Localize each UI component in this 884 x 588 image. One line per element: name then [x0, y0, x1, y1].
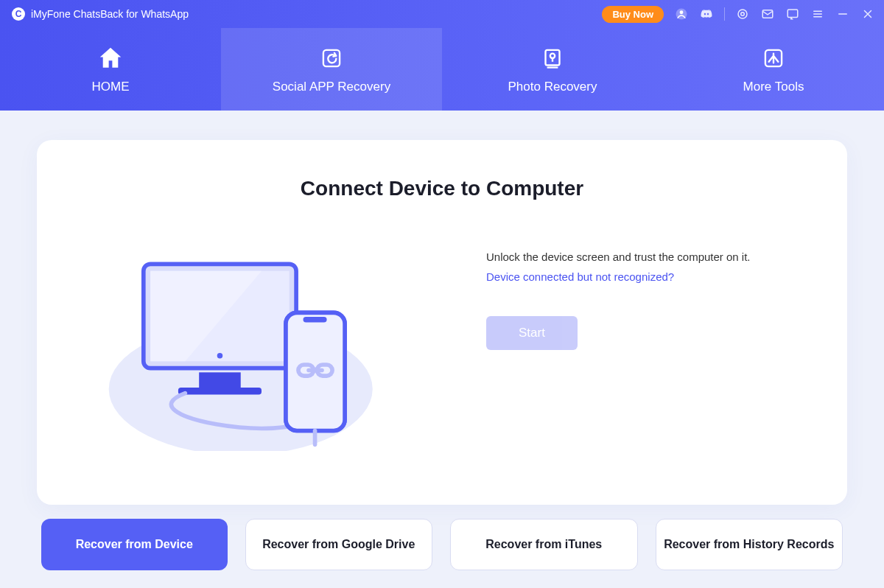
svg-rect-5 [787, 10, 798, 18]
topbar-left: C iMyFone ChatsBack for WhatsApp [12, 7, 189, 21]
tab-label: Social APP Recovery [273, 80, 390, 94]
menu-icon[interactable] [810, 7, 825, 21]
svg-point-1 [680, 10, 684, 14]
svg-point-8 [550, 54, 555, 58]
svg-rect-20 [304, 317, 327, 323]
card-body: Unlock the device screen and trust the c… [81, 230, 803, 451]
buy-now-button[interactable]: Buy Now [602, 6, 664, 23]
tab-label: More Tools [743, 80, 804, 94]
tab-more-tools[interactable]: More Tools [663, 28, 884, 111]
instructions: Unlock the device screen and trust the c… [486, 230, 803, 451]
start-button[interactable]: Start [486, 316, 578, 350]
tab-label: Photo Recovery [508, 80, 597, 94]
svg-point-3 [741, 13, 745, 16]
option-recover-from-device[interactable]: Recover from Device [41, 519, 228, 570]
photo-icon [539, 44, 566, 72]
feedback-icon[interactable] [785, 7, 800, 21]
connect-illustration [81, 230, 442, 451]
close-icon[interactable] [860, 7, 875, 21]
svg-rect-16 [178, 388, 262, 394]
help-link[interactable]: Device connected but not recognized? [486, 270, 674, 283]
app-logo-icon: C [12, 7, 25, 21]
tab-label: HOME [92, 80, 130, 94]
option-recover-from-history[interactable]: Recover from History Records [656, 519, 843, 570]
recovery-options: Recover from Device Recover from Google … [0, 504, 884, 588]
account-icon[interactable] [674, 7, 689, 21]
divider [724, 7, 725, 21]
refresh-icon [318, 44, 345, 72]
option-recover-from-itunes[interactable]: Recover from iTunes [450, 519, 638, 570]
home-icon [97, 44, 124, 72]
discord-icon[interactable] [699, 7, 714, 21]
tab-photo-recovery[interactable]: Photo Recovery [442, 28, 663, 111]
svg-rect-6 [323, 50, 340, 66]
main-card: Connect Device to Computer [37, 140, 847, 505]
header: C iMyFone ChatsBack for WhatsApp Buy Now [0, 0, 884, 111]
mail-icon[interactable] [760, 7, 775, 21]
tab-social-app-recovery[interactable]: Social APP Recovery [221, 28, 442, 111]
app-title: iMyFone ChatsBack for WhatsApp [31, 8, 189, 20]
apps-icon [760, 44, 787, 72]
content-area: Connect Device to Computer [0, 111, 884, 505]
nav-tabs: HOME Social APP Recovery Photo Recovery … [0, 28, 884, 111]
svg-point-2 [738, 10, 747, 18]
option-recover-from-google-drive[interactable]: Recover from Google Drive [245, 519, 433, 570]
svg-point-14 [217, 353, 223, 359]
topbar-right: Buy Now [602, 6, 875, 23]
instruction-text: Unlock the device screen and trust the c… [486, 251, 803, 263]
page-title: Connect Device to Computer [81, 177, 803, 200]
tab-home[interactable]: HOME [0, 28, 221, 111]
settings-icon[interactable] [735, 7, 750, 21]
topbar: C iMyFone ChatsBack for WhatsApp Buy Now [0, 0, 884, 28]
svg-rect-15 [199, 372, 241, 388]
minimize-icon[interactable] [835, 7, 850, 21]
